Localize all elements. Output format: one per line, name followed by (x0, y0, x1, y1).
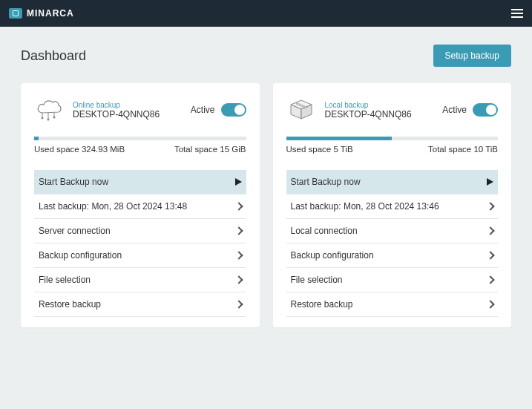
server-connection-row[interactable]: Server connection (34, 219, 246, 243)
brand-logo-icon (9, 8, 22, 19)
row-label: Backup configuration (291, 250, 374, 261)
space-progress-fill (286, 137, 393, 140)
status-group: Active (191, 103, 246, 117)
device-name: DESKTOP-4QNNQ86 (325, 109, 412, 120)
space-progress (286, 137, 499, 140)
total-space-label: Total space 10 TiB (428, 145, 498, 154)
file-selection-row[interactable]: File selection (286, 268, 499, 292)
row-label: File selection (39, 275, 91, 285)
title-group: Online backup DESKTOP-4QNNQ86 (73, 101, 160, 120)
row-label: Last backup: Mon, 28 Oct 2024 13:46 (291, 201, 439, 212)
backup-type-label: Online backup (73, 101, 160, 109)
used-space-label: Used space 5 TiB (286, 145, 353, 154)
space-progress-fill (34, 137, 39, 140)
page-title: Dashboard (21, 48, 86, 64)
backup-config-row[interactable]: Backup configuration (34, 243, 246, 268)
space-row: Used space 5 TiB Total space 10 TiB (286, 145, 499, 154)
restore-backup-row[interactable]: Restore backup (286, 292, 499, 317)
start-backup-row[interactable]: Start Backup now (286, 170, 499, 194)
chevron-right-icon (486, 251, 494, 259)
page-header: Dashboard Setup backup (21, 45, 511, 67)
brand-text: MINARCA (27, 8, 74, 19)
status-label: Active (191, 105, 215, 115)
backup-card-online: Online backup DESKTOP-4QNNQ86 Active Use… (21, 83, 260, 327)
chevron-right-icon (486, 300, 494, 308)
restore-backup-row[interactable]: Restore backup (34, 292, 246, 317)
row-label: Local connection (291, 226, 358, 236)
device-name: DESKTOP-4QNNQ86 (73, 109, 160, 120)
file-selection-row[interactable]: File selection (34, 268, 246, 292)
used-space-label: Used space 324.93 MiB (34, 145, 125, 154)
last-backup-row[interactable]: Last backup: Mon, 28 Oct 2024 13:48 (34, 194, 246, 219)
backup-type-label: Local backup (325, 101, 412, 109)
svg-point-5 (53, 117, 56, 119)
cards-grid: Online backup DESKTOP-4QNNQ86 Active Use… (21, 83, 511, 327)
active-toggle[interactable] (221, 103, 246, 117)
total-space-label: Total space 15 GiB (174, 145, 246, 154)
chevron-right-icon (486, 275, 494, 284)
play-icon (487, 178, 493, 186)
cloud-icon (34, 96, 64, 123)
chevron-right-icon (486, 226, 494, 235)
row-label: File selection (291, 275, 343, 285)
row-label: Restore backup (291, 299, 353, 310)
svg-point-1 (42, 117, 44, 120)
chevron-right-icon (234, 300, 243, 308)
page-container: Dashboard Setup backup (0, 27, 532, 345)
chevron-right-icon (234, 275, 243, 284)
brand: MINARCA (9, 8, 74, 19)
row-label: Start Backup now (39, 177, 108, 187)
card-head: Online backup DESKTOP-4QNNQ86 Active (34, 96, 246, 123)
menu-icon[interactable] (511, 9, 523, 18)
chevron-right-icon (486, 202, 494, 210)
space-progress (34, 137, 246, 140)
title-group: Local backup DESKTOP-4QNNQ86 (325, 101, 412, 120)
chevron-right-icon (234, 251, 243, 259)
row-label: Server connection (39, 226, 111, 236)
play-icon (235, 178, 242, 186)
row-label: Last backup: Mon, 28 Oct 2024 13:48 (39, 201, 187, 212)
backup-config-row[interactable]: Backup configuration (286, 243, 499, 268)
chevron-right-icon (234, 202, 243, 210)
space-row: Used space 324.93 MiB Total space 15 GiB (34, 145, 246, 154)
chevron-right-icon (234, 226, 243, 235)
last-backup-row[interactable]: Last backup: Mon, 28 Oct 2024 13:46 (286, 194, 499, 219)
local-connection-row[interactable]: Local connection (286, 219, 499, 243)
start-backup-row[interactable]: Start Backup now (34, 170, 246, 194)
row-label: Restore backup (39, 299, 101, 310)
action-list: Start Backup now Last backup: Mon, 28 Oc… (286, 170, 499, 317)
backup-card-local: Local backup DESKTOP-4QNNQ86 Active Used… (273, 83, 512, 327)
row-label: Backup configuration (39, 250, 122, 261)
card-head: Local backup DESKTOP-4QNNQ86 Active (286, 96, 499, 123)
status-label: Active (442, 105, 467, 115)
topbar: MINARCA (0, 0, 532, 27)
status-group: Active (442, 103, 498, 117)
svg-point-3 (47, 119, 50, 121)
setup-backup-button[interactable]: Setup backup (433, 45, 511, 67)
box-icon (286, 96, 316, 123)
row-label: Start Backup now (291, 177, 361, 187)
active-toggle[interactable] (473, 103, 498, 117)
action-list: Start Backup now Last backup: Mon, 28 Oc… (34, 170, 246, 317)
